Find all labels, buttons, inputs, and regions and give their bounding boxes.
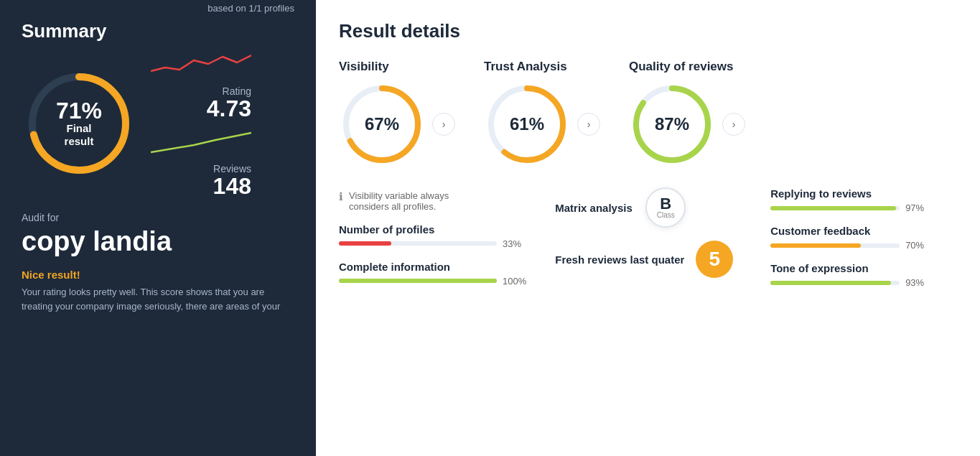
customer-feedback-label: Customer feedback	[770, 225, 957, 237]
badge-word: Class	[657, 212, 675, 219]
customer-feedback-bar	[770, 243, 861, 248]
reviews-value: 148	[151, 175, 251, 197]
result-details-title: Result details	[339, 20, 957, 42]
replying-reviews-bar	[770, 206, 896, 210]
metrics-row: Visibility 67% › Trust Analysis	[339, 60, 957, 167]
number-of-profiles-bar	[339, 241, 391, 246]
quality-reviews-title: Quality of reviews	[629, 60, 734, 74]
number-of-profiles-value: 33%	[503, 238, 521, 249]
trust-sub-metrics: Matrix analysis B Class Fresh reviews la…	[555, 187, 742, 288]
reviews-stat: Reviews 148	[151, 163, 251, 197]
visibility-percent: 67%	[365, 114, 399, 134]
matrix-analysis-row: Matrix analysis B Class	[555, 187, 742, 228]
complete-information-bar	[339, 279, 497, 283]
replying-reviews-label: Replying to reviews	[770, 187, 957, 200]
visibility-card: Visibility 67% ›	[339, 60, 455, 167]
nice-result-label: Nice result!	[22, 269, 294, 281]
tone-of-expression-value: 93%	[905, 277, 924, 288]
summary-title: Summary	[22, 20, 107, 42]
info-icon: ℹ	[339, 190, 343, 203]
trust-percent: 61%	[510, 114, 544, 134]
customer-feedback-metric: Customer feedback 70%	[770, 225, 957, 251]
description-text: Your rating looks pretty well. This scor…	[22, 285, 294, 313]
quality-sub-metrics: Replying to reviews 97% Customer feedbac…	[770, 187, 957, 288]
tone-of-expression-metric: Tone of expression 93%	[770, 262, 957, 288]
tone-of-expression-bar	[770, 281, 890, 285]
quality-percent: 87%	[655, 114, 689, 134]
right-panel: Result details Visibility 67% ›	[316, 0, 980, 456]
visibility-sub-metrics: ℹ Visibility variable always considers a…	[339, 187, 526, 288]
visibility-chevron-button[interactable]: ›	[432, 113, 455, 136]
matrix-badge: B Class	[645, 187, 686, 228]
replying-reviews-metric: Replying to reviews 97%	[770, 187, 957, 213]
left-panel: Summary based on 1/1 profiles 71% Final …	[0, 0, 316, 456]
customer-feedback-value: 70%	[905, 240, 924, 251]
rating-trend-line	[151, 50, 251, 78]
visibility-note: ℹ Visibility variable always considers a…	[339, 190, 482, 212]
trust-analysis-card: Trust Analysis 61% ›	[484, 60, 600, 167]
visibility-title: Visibility	[339, 60, 389, 74]
rating-stat: Rating 4.73	[151, 85, 251, 120]
main-score-area: 71% Final result Rating 4.73 Reviews 148	[22, 50, 294, 197]
complete-information-metric: Complete information 100%	[339, 261, 526, 287]
quality-reviews-card: Quality of reviews 87% ›	[629, 60, 745, 167]
matrix-analysis-label: Matrix analysis	[555, 202, 634, 214]
number-of-profiles-label: Number of profiles	[339, 223, 526, 236]
based-on-text: based on 1/1 profiles	[207, 3, 294, 14]
number-of-profiles-metric: Number of profiles 33%	[339, 223, 526, 249]
trust-analysis-title: Trust Analysis	[484, 60, 567, 74]
fresh-reviews-badge: 5	[696, 241, 733, 278]
company-name: copy landia	[22, 226, 294, 257]
final-result-circle: 71% Final result	[22, 66, 136, 181]
rating-value: 4.73	[151, 97, 251, 120]
audit-for-label: Audit for	[22, 212, 294, 223]
replying-reviews-value: 97%	[905, 203, 924, 213]
complete-information-label: Complete information	[339, 261, 526, 273]
fresh-reviews-row: Fresh reviews last quater 5	[555, 241, 742, 278]
visibility-note-text: Visibility variable always considers all…	[349, 190, 482, 212]
quality-circle: 87%	[629, 81, 715, 167]
tone-of-expression-label: Tone of expression	[770, 262, 957, 274]
trust-chevron-button[interactable]: ›	[577, 113, 600, 136]
final-percent: 71%	[50, 99, 108, 122]
right-stats: Rating 4.73 Reviews 148	[151, 50, 251, 197]
fresh-reviews-label: Fresh reviews last quater	[555, 253, 684, 266]
bottom-section: ℹ Visibility variable always considers a…	[339, 187, 957, 288]
quality-chevron-button[interactable]: ›	[722, 113, 745, 136]
final-label: Final result	[50, 122, 108, 148]
visibility-circle: 67%	[339, 81, 425, 167]
trust-circle: 61%	[484, 81, 570, 167]
badge-letter: B	[660, 196, 671, 212]
complete-information-value: 100%	[503, 276, 526, 287]
reviews-trend-line	[151, 127, 251, 156]
